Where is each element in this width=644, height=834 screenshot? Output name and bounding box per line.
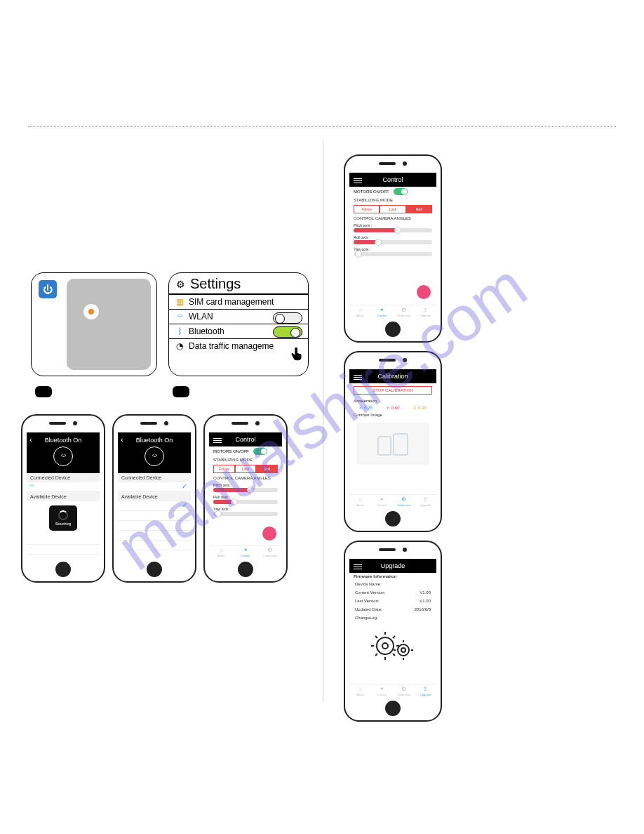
roll-slider[interactable] [213,500,278,504]
menu-icon[interactable] [354,373,362,381]
tab-calibration[interactable]: ⚙Calibration [393,305,415,319]
tab-about[interactable]: ⌂About [349,684,371,698]
list-row [118,521,191,531]
about-icon: ⌂ [358,496,362,503]
home-button[interactable] [385,511,401,527]
settings-row-sim[interactable]: ▦ SIM card management [169,294,308,309]
home-button[interactable] [238,562,253,577]
header-title: Control [382,176,403,183]
svg-rect-0 [378,437,391,455]
searching-indicator: Searching [49,505,77,531]
home-button[interactable] [385,322,401,337]
sim-label: SIM card management [189,297,274,307]
menu-icon[interactable] [354,563,362,571]
phone-notch [114,416,195,431]
menu-icon[interactable] [354,177,362,185]
roll-slider[interactable] [354,240,432,244]
step1-badge [35,386,52,397]
app-header: ‹ Bluetooth On ⌔ [118,432,191,473]
phone-bt-searching: ‹ Bluetooth On ⌔ Connected Device ⌔ Avai… [21,414,105,583]
tab-calibration[interactable]: ⚙Calibration [393,495,415,508]
menu-icon[interactable] [213,437,222,444]
changelog-label: ChangeLog: [355,616,378,620]
connected-row[interactable]: ⌔ [27,482,100,492]
home-button[interactable] [147,562,162,577]
available-section: Available Device [118,492,191,501]
tab-control[interactable]: ✶Control [234,545,258,559]
mode-roll[interactable]: Roll [406,205,432,213]
header-title: Control [235,436,255,443]
connected-row[interactable]: ✓ [118,482,191,492]
control-icon: ✶ [380,496,384,503]
settings-row-wlan[interactable]: ⌔ WLAN [169,309,308,324]
bluetooth-icon: ᛒ [175,326,185,336]
mode-lock[interactable]: Lock [380,205,405,213]
yaw-slider[interactable] [354,252,432,256]
back-icon[interactable]: ‹ [121,435,123,444]
sim-icon: ▦ [175,297,185,307]
motors-toggle[interactable] [253,448,267,455]
tab-control[interactable]: ✶Control [371,305,393,319]
yaw-label: Yaw axis : [213,507,278,511]
bluetooth-toggle[interactable] [273,326,302,338]
mode-buttons: Follow Lock Roll [213,465,278,473]
wlan-label: WLAN [189,312,213,322]
settings-row-data[interactable]: ◔ Data traffic manageme [169,338,308,353]
dotted-divider [28,126,616,127]
phone-control-small: Control MOTORS ON/OFF STABILIZING MODE F… [203,414,288,583]
tab-about[interactable]: ⌂About [209,545,234,559]
spinner-icon [58,510,68,520]
changelog-row: ChangeLog: [349,614,436,622]
updated-date-row: Updated Date:2016/6/8 [349,605,436,614]
device-body [67,279,151,370]
tab-bar: ⌂About ✶Control ⚙Calibration ⇪Upgrade [349,684,436,698]
pitch-slider[interactable] [354,228,432,232]
tab-control-label: Control [377,503,387,507]
stop-calibration-button[interactable]: STOP CALIBRATION [354,386,432,395]
mode-lock[interactable]: Lock [235,465,257,473]
upgrade-icon: ⇪ [423,496,428,503]
tab-about[interactable]: ⌂About [349,305,371,319]
bluetooth-label: Bluetooth [189,326,224,336]
list-row [27,535,100,545]
app-header: Calibration [349,369,436,383]
settings-row-bluetooth[interactable]: ᛒ Bluetooth [169,324,308,338]
home-button[interactable] [385,701,401,716]
tab-calibration[interactable]: ⚙Calibration [257,545,282,559]
mode-follow[interactable]: Follow [213,465,235,473]
tab-about[interactable]: ⌂About [349,495,371,508]
available-section: Available Device [27,492,100,501]
phone-notch [205,416,286,431]
yaw-slider[interactable] [213,512,278,516]
wlan-toggle[interactable] [273,312,302,324]
last-version-label: Last Version: [355,599,380,603]
tab-upgrade[interactable]: ⇪Upgrade [415,305,436,319]
fab-button[interactable] [417,285,431,299]
tab-upgrade[interactable]: ⇪Upgrade [415,684,436,698]
last-version-row: Last Version:V1.00 [349,597,436,605]
app-header: Upgrade [349,559,436,573]
tab-about-label: About [356,693,363,696]
motors-toggle[interactable] [394,188,408,195]
tab-calibration[interactable]: ⚙Calibration [393,684,415,698]
mode-roll[interactable]: Roll [256,465,278,473]
mode-follow[interactable]: Follow [354,205,380,213]
phone-bt-found: ‹ Bluetooth On ⌔ Connected Device ✓ Avai… [112,414,196,583]
data-label: Data traffic manageme [189,341,274,351]
home-button[interactable] [55,562,71,577]
control-icon: ✶ [380,307,384,313]
fab-button[interactable] [262,527,276,541]
device-button [83,304,99,319]
searching-text: Searching [55,522,72,526]
about-icon: ⌂ [358,686,362,692]
tab-upgrade[interactable]: ⇪Upgrade [415,495,436,508]
pitch-slider[interactable] [213,488,278,492]
tab-control[interactable]: ✶Control [371,684,393,698]
vertical-divider [323,140,323,702]
tab-control[interactable]: ✶Control [371,495,393,508]
list-row [27,555,100,559]
back-icon[interactable]: ‹ [29,435,32,444]
available-row[interactable]: ✓ [118,501,191,511]
roll-label: Roll axis : [354,235,432,239]
list-row [118,511,191,521]
